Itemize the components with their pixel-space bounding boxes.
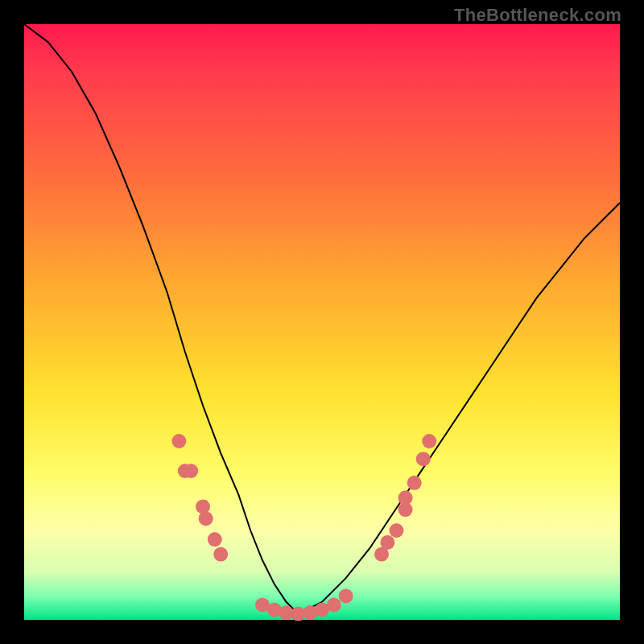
curve-left [24, 24, 298, 614]
chart-svg [24, 24, 620, 620]
data-marker [407, 476, 422, 490]
chart-plot-area [24, 24, 620, 620]
data-marker [199, 511, 213, 526]
data-marker [171, 434, 186, 448]
data-marker [390, 523, 404, 538]
data-marker [416, 452, 431, 466]
data-marker [184, 464, 198, 478]
data-marker [422, 434, 436, 448]
data-marker [398, 490, 413, 505]
marker-group [171, 434, 436, 621]
data-marker [327, 598, 341, 613]
data-marker [339, 588, 353, 603]
data-marker [213, 547, 228, 562]
curve-right [298, 203, 620, 614]
watermark-text: TheBottleneck.com [454, 5, 621, 26]
data-marker [380, 535, 394, 550]
data-marker [208, 532, 222, 547]
